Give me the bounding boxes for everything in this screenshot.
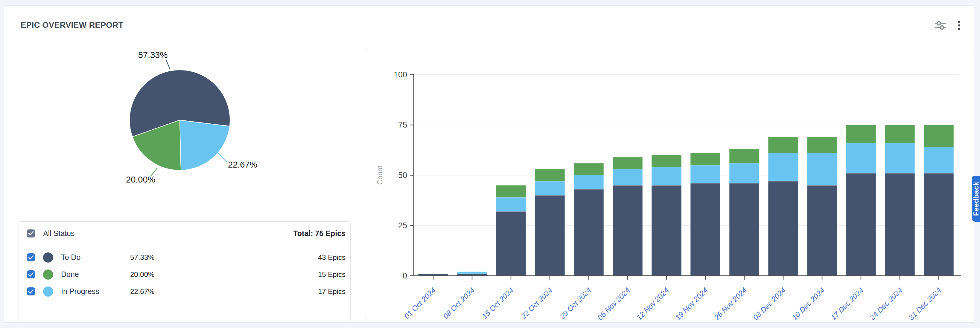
bar-segment-to-do[interactable] xyxy=(807,185,837,276)
x-date-label[interactable]: 12 Nov 2024 xyxy=(635,286,670,320)
bar-segment-in-progress[interactable] xyxy=(768,153,798,181)
x-date-label[interactable]: 10 Dec 2024 xyxy=(790,286,826,320)
y-tick-label: 25 xyxy=(398,221,407,230)
x-date-label[interactable]: 15 Oct 2024 xyxy=(480,286,515,320)
x-date-label[interactable]: 17 Dec 2024 xyxy=(829,286,865,320)
x-date-label[interactable]: 29 Oct 2024 xyxy=(558,286,593,320)
pie-percent-label: 22.67% xyxy=(228,160,257,170)
in-progress-color-swatch xyxy=(43,287,53,296)
y-tick-label: 75 xyxy=(398,120,407,129)
bar-segment-done[interactable] xyxy=(690,153,720,165)
status-pie-chart[interactable]: 57.33%20.00%22.67% xyxy=(106,41,274,197)
bar-segment-to-do[interactable] xyxy=(846,173,876,276)
bar-segment-done[interactable] xyxy=(885,125,915,143)
bar-segment-to-do[interactable] xyxy=(729,183,759,276)
legend-all-status-row: All Status Total: 75 Epics xyxy=(19,222,350,245)
bar-segment-to-do[interactable] xyxy=(690,183,720,276)
y-tick-label: 100 xyxy=(394,70,407,79)
feedback-button[interactable]: Feedback xyxy=(972,176,980,222)
bar-segment-done[interactable] xyxy=(924,125,954,147)
bar-segment-in-progress[interactable] xyxy=(457,272,487,274)
more-options-button[interactable] xyxy=(953,19,966,32)
bar-segment-in-progress[interactable] xyxy=(885,143,915,173)
done-label: Done xyxy=(61,270,79,279)
y-tick-label: 50 xyxy=(398,171,407,180)
bar-segment-to-do[interactable] xyxy=(885,173,915,276)
legend-row-in-progress: In Progress 22.67% 17 Epics xyxy=(19,283,350,300)
todo-count: 43 Epics xyxy=(318,254,345,262)
x-date-label[interactable]: 24 Dec 2024 xyxy=(868,286,904,320)
bar-segment-in-progress[interactable] xyxy=(612,169,643,185)
epic-overview-report-widget: EPIC OVERVIEW REPORT 57.33%20.00%22.67% xyxy=(0,0,980,328)
bar-segment-in-progress[interactable] xyxy=(690,165,720,184)
epics-over-time-chart-card: 0255075100Count01 Oct 202408 Oct 202415 … xyxy=(365,48,969,320)
pie-slice-in-progress[interactable] xyxy=(180,120,230,170)
x-date-label[interactable]: 22 Oct 2024 xyxy=(519,286,554,320)
bar-segment-done[interactable] xyxy=(496,185,526,197)
bar-segment-done[interactable] xyxy=(535,169,565,181)
bar-segment-done[interactable] xyxy=(729,149,759,163)
bar-segment-done[interactable] xyxy=(574,163,604,175)
bar-segment-in-progress[interactable] xyxy=(652,167,681,185)
x-date-label[interactable]: 31 Dec 2024 xyxy=(907,286,943,320)
report-title: EPIC OVERVIEW REPORT xyxy=(21,21,124,30)
bar-segment-done[interactable] xyxy=(846,125,876,143)
todo-label: To Do xyxy=(61,253,81,262)
x-date-label[interactable]: 01 Oct 2024 xyxy=(402,286,437,320)
sliders-icon xyxy=(934,19,947,32)
all-status-label: All Status xyxy=(43,229,75,238)
x-date-label[interactable]: 03 Dec 2024 xyxy=(751,286,787,320)
bar-segment-in-progress[interactable] xyxy=(574,175,604,189)
bar-segment-in-progress[interactable] xyxy=(924,147,954,173)
all-status-checkbox[interactable] xyxy=(27,230,35,238)
in-progress-count: 17 Epics xyxy=(318,287,345,296)
bar-segment-done[interactable] xyxy=(768,137,798,153)
legend-row-todo: To Do 57.33% 43 Epics xyxy=(19,249,350,266)
kebab-menu-icon xyxy=(953,19,965,32)
bar-segment-in-progress[interactable] xyxy=(729,163,759,183)
legend-total: Total: 75 Epics xyxy=(293,229,345,238)
pie-percent-label: 57.33% xyxy=(138,50,167,60)
check-icon xyxy=(29,255,33,260)
bar-segment-done[interactable] xyxy=(612,157,643,169)
in-progress-percent: 22.67% xyxy=(130,287,154,296)
bar-segment-in-progress[interactable] xyxy=(807,153,837,185)
bar-segment-to-do[interactable] xyxy=(574,189,604,276)
in-progress-checkbox[interactable] xyxy=(27,287,35,295)
bar-segment-in-progress[interactable] xyxy=(496,198,526,211)
x-date-label[interactable]: 26 Nov 2024 xyxy=(712,286,748,320)
bar-segment-to-do[interactable] xyxy=(652,185,681,276)
done-count: 15 Epics xyxy=(318,270,345,279)
done-color-swatch xyxy=(43,269,53,280)
report-card: EPIC OVERVIEW REPORT 57.33%20.00%22.67% xyxy=(4,5,974,323)
in-progress-label: In Progress xyxy=(61,287,99,296)
x-date-label[interactable]: 08 Oct 2024 xyxy=(441,286,476,320)
bar-segment-done[interactable] xyxy=(807,137,837,153)
check-icon xyxy=(29,273,33,277)
bar-segment-to-do[interactable] xyxy=(612,185,643,276)
legend-rows: To Do 57.33% 43 Epics Done 20.00% 15 Epi… xyxy=(19,245,350,300)
bar-segment-in-progress[interactable] xyxy=(846,143,876,173)
todo-color-swatch xyxy=(43,252,53,263)
legend-row-done: Done 20.00% 15 Epics xyxy=(19,266,350,283)
done-percent: 20.00% xyxy=(130,270,154,279)
pie-label-leader xyxy=(166,60,170,69)
done-checkbox[interactable] xyxy=(27,270,35,279)
status-legend-card: All Status Total: 75 Epics To Do 57.33% … xyxy=(19,221,351,321)
bar-segment-to-do[interactable] xyxy=(768,181,798,276)
bar-segment-done[interactable] xyxy=(652,155,681,167)
bar-segment-to-do[interactable] xyxy=(535,195,565,276)
x-date-label[interactable]: 05 Nov 2024 xyxy=(596,286,632,320)
x-date-label[interactable]: 19 Nov 2024 xyxy=(673,286,709,320)
check-icon xyxy=(29,231,33,235)
check-icon xyxy=(29,290,33,294)
bar-segment-to-do[interactable] xyxy=(496,211,526,276)
bar-segment-in-progress[interactable] xyxy=(535,181,565,195)
y-tick-label: 0 xyxy=(402,271,407,280)
y-axis-label: Count xyxy=(376,165,384,185)
pie-label-leader xyxy=(218,153,227,162)
bar-segment-to-do[interactable] xyxy=(924,173,954,276)
todo-checkbox[interactable] xyxy=(27,254,35,261)
chart-settings-button[interactable] xyxy=(934,19,947,32)
stacked-bar-chart[interactable]: 0255075100Count01 Oct 202408 Oct 202415 … xyxy=(365,48,969,320)
